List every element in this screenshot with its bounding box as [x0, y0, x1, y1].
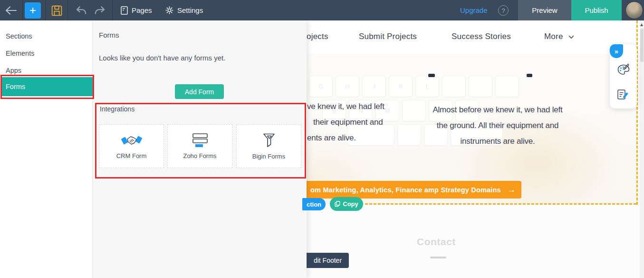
integration-card-crm-form[interactable]: CRM Form — [99, 124, 164, 168]
section-guide-horizontal — [365, 203, 636, 205]
integration-card-label: Bigin Forms — [252, 153, 285, 160]
forms-empty-message: Looks like you don't have any forms yet. — [99, 54, 225, 62]
palette-icon — [616, 62, 631, 77]
arrow-right-icon: → — [508, 185, 516, 195]
publish-button[interactable]: Publish — [571, 0, 622, 20]
edit-content-button[interactable] — [616, 88, 629, 101]
paragraph-left-line: their equipment and — [313, 118, 383, 127]
copy-section-button[interactable]: Copy — [330, 197, 363, 211]
floating-tool-panel: » — [610, 44, 637, 109]
editor-window: ojects Submit Projects Success Stories M… — [0, 0, 644, 278]
pages-button[interactable]: Pages — [121, 0, 152, 20]
top-toolbar: + Pages Settings Upgrade ? Preview Publi… — [0, 0, 644, 20]
copy-icon — [335, 201, 340, 207]
preview-button[interactable]: Preview — [518, 0, 571, 20]
keyboard-key: H — [336, 76, 359, 97]
save-icon — [51, 5, 63, 17]
nav-item-more[interactable]: More — [544, 32, 574, 41]
funnel-icon — [262, 133, 276, 148]
user-avatar[interactable] — [625, 1, 643, 19]
forms-panel: Forms Looks like you don't have any form… — [93, 20, 307, 278]
keyboard-key — [469, 76, 492, 97]
keyboard-key: K — [389, 76, 413, 97]
section-badge[interactable]: ction — [302, 198, 326, 210]
integration-card-label: Zoho Forms — [183, 152, 216, 159]
builder-sidebar: Sections Elements Apps Forms — [0, 20, 93, 278]
nav-item-success-stories[interactable]: Success Stories — [452, 32, 511, 41]
integration-card-label: CRM Form — [116, 152, 147, 159]
gear-icon — [165, 6, 173, 14]
edit-document-icon — [616, 88, 629, 101]
handshake-icon — [121, 133, 142, 148]
integration-card-bigin-forms[interactable]: Bigin Forms — [236, 124, 301, 168]
undo-icon — [76, 6, 87, 15]
paragraph-left-line: ents are alive. — [307, 133, 356, 143]
redo-button[interactable] — [93, 5, 106, 15]
back-arrow-icon — [5, 6, 17, 15]
back-button[interactable] — [4, 5, 18, 16]
stacked-forms-icon — [192, 133, 208, 148]
keyboard-key: G — [309, 76, 333, 97]
undo-button[interactable] — [75, 5, 87, 15]
pages-icon — [121, 6, 128, 15]
edit-footer-button[interactable]: dit Footer — [307, 253, 349, 268]
paragraph-right: Almost before we knew it, we had left th… — [417, 102, 578, 149]
save-button[interactable] — [49, 4, 64, 17]
footer-heading: Contact — [417, 236, 456, 248]
heading-fragment — [527, 74, 532, 77]
keyboard-key: L — [415, 76, 439, 97]
redo-icon — [94, 6, 105, 15]
settings-button[interactable]: Settings — [165, 0, 203, 20]
keyboard-key: J — [362, 76, 386, 97]
keyboard-key — [442, 76, 466, 97]
sidebar-item-sections[interactable]: Sections — [0, 27, 93, 46]
cta-banner[interactable]: om Marketing, Analytics, Finance amp Str… — [307, 181, 521, 199]
scrollbar-thumb[interactable] — [640, 29, 644, 62]
integration-card-zoho-forms[interactable]: Zoho Forms — [167, 124, 232, 168]
chevron-down-icon — [568, 35, 574, 39]
paragraph-left-line: ve knew it, we had left — [307, 102, 384, 111]
sidebar-item-forms[interactable]: Forms — [1, 77, 93, 96]
nav-item-projects[interactable]: ojects — [307, 32, 328, 41]
upgrade-link[interactable]: Upgrade — [460, 0, 488, 20]
nav-item-submit-projects[interactable]: Submit Projects — [359, 32, 417, 41]
heading-fragment — [428, 74, 435, 77]
collapse-panel-button[interactable]: » — [610, 44, 623, 58]
footer-divider — [430, 257, 446, 258]
keyboard-key — [495, 76, 519, 97]
sidebar-item-elements[interactable]: Elements — [0, 44, 93, 63]
scrollbar-up-arrow[interactable] — [640, 23, 643, 26]
add-form-button[interactable]: Add Form — [175, 84, 224, 99]
add-element-button[interactable]: + — [25, 2, 41, 19]
forms-panel-title: Forms — [99, 31, 119, 39]
integrations-title: Integrations — [100, 105, 135, 113]
help-button[interactable]: ? — [498, 5, 509, 16]
theme-palette-button[interactable] — [616, 62, 631, 77]
